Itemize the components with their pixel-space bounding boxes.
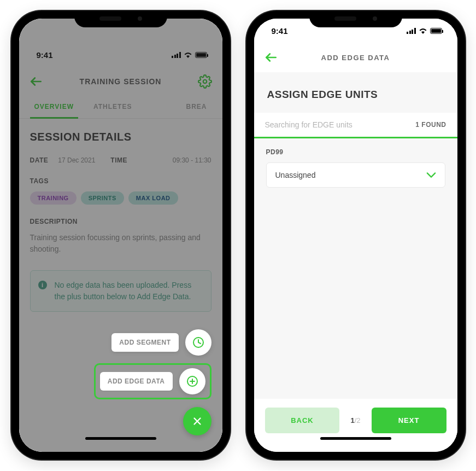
chevron-down-icon bbox=[426, 172, 436, 178]
home-indicator bbox=[320, 437, 391, 440]
clock-icon bbox=[192, 336, 205, 349]
page-title: ADD EDGE DATA bbox=[254, 54, 457, 62]
next-button[interactable]: NEXT bbox=[372, 408, 446, 433]
home-indicator bbox=[85, 437, 156, 440]
close-icon bbox=[191, 415, 203, 427]
step-indicator: 1/2 bbox=[350, 416, 360, 425]
status-time: 9:41 bbox=[272, 26, 288, 36]
back-button[interactable]: BACK bbox=[265, 408, 340, 433]
fab-add-segment-row: ADD SEGMENT bbox=[111, 329, 211, 356]
status-bar: 9:41 bbox=[254, 19, 457, 43]
signal-icon bbox=[407, 28, 416, 34]
dropdown-value: Unassigned bbox=[275, 171, 316, 179]
unit-id-label: PD99 bbox=[266, 148, 445, 156]
search-found-count: 1 FOUND bbox=[415, 121, 446, 129]
page-header: ADD EDGE DATA bbox=[254, 43, 457, 72]
fab-close-button[interactable] bbox=[183, 407, 211, 435]
search-status-text: Searching for EDGE units bbox=[265, 120, 352, 129]
plus-circle-icon bbox=[186, 375, 199, 388]
footer-nav: BACK 1/2 NEXT bbox=[254, 399, 457, 452]
battery-icon bbox=[430, 28, 442, 34]
unit-assignment-dropdown[interactable]: Unassigned bbox=[266, 162, 445, 188]
add-edge-data-label[interactable]: ADD EDGE DATA bbox=[100, 372, 173, 391]
fab-add-edge-data-highlight: ADD EDGE DATA bbox=[94, 363, 211, 399]
wifi-icon bbox=[419, 27, 427, 34]
back-arrow-icon[interactable] bbox=[264, 50, 278, 65]
add-edge-data-button[interactable] bbox=[179, 368, 205, 394]
add-segment-label[interactable]: ADD SEGMENT bbox=[111, 333, 178, 352]
search-status-bar: Searching for EDGE units 1 FOUND bbox=[254, 113, 457, 138]
status-icons bbox=[407, 27, 442, 34]
section-title: ASSIGN EDGE UNITS bbox=[267, 89, 444, 101]
add-segment-button[interactable] bbox=[185, 329, 211, 356]
